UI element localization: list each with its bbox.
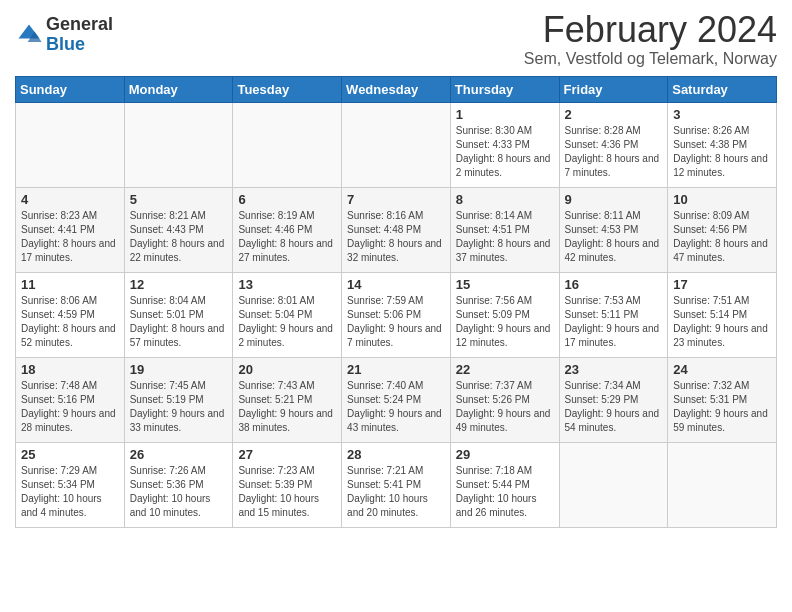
day-number-22: 22 [456, 362, 554, 377]
header-monday: Monday [124, 76, 233, 102]
day-info-16: Sunrise: 7:53 AM Sunset: 5:11 PM Dayligh… [565, 294, 663, 350]
location-subtitle: Sem, Vestfold og Telemark, Norway [524, 50, 777, 68]
cell-week0-day0 [16, 102, 125, 187]
logo-icon [15, 21, 43, 49]
cell-week2-day1: 12Sunrise: 8:04 AM Sunset: 5:01 PM Dayli… [124, 272, 233, 357]
day-info-3: Sunrise: 8:26 AM Sunset: 4:38 PM Dayligh… [673, 124, 771, 180]
day-info-15: Sunrise: 7:56 AM Sunset: 5:09 PM Dayligh… [456, 294, 554, 350]
header-thursday: Thursday [450, 76, 559, 102]
day-info-28: Sunrise: 7:21 AM Sunset: 5:41 PM Dayligh… [347, 464, 445, 520]
header-row: Sunday Monday Tuesday Wednesday Thursday… [16, 76, 777, 102]
cell-week4-day0: 25Sunrise: 7:29 AM Sunset: 5:34 PM Dayli… [16, 442, 125, 527]
day-number-10: 10 [673, 192, 771, 207]
month-title: February 2024 [524, 10, 777, 50]
header-tuesday: Tuesday [233, 76, 342, 102]
day-info-10: Sunrise: 8:09 AM Sunset: 4:56 PM Dayligh… [673, 209, 771, 265]
cell-week0-day6: 3Sunrise: 8:26 AM Sunset: 4:38 PM Daylig… [668, 102, 777, 187]
day-info-24: Sunrise: 7:32 AM Sunset: 5:31 PM Dayligh… [673, 379, 771, 435]
cell-week0-day4: 1Sunrise: 8:30 AM Sunset: 4:33 PM Daylig… [450, 102, 559, 187]
day-number-28: 28 [347, 447, 445, 462]
day-number-6: 6 [238, 192, 336, 207]
day-number-25: 25 [21, 447, 119, 462]
cell-week3-day5: 23Sunrise: 7:34 AM Sunset: 5:29 PM Dayli… [559, 357, 668, 442]
logo-general-text: General [46, 15, 113, 35]
day-info-11: Sunrise: 8:06 AM Sunset: 4:59 PM Dayligh… [21, 294, 119, 350]
cell-week1-day3: 7Sunrise: 8:16 AM Sunset: 4:48 PM Daylig… [342, 187, 451, 272]
calendar-header: Sunday Monday Tuesday Wednesday Thursday… [16, 76, 777, 102]
cell-week1-day1: 5Sunrise: 8:21 AM Sunset: 4:43 PM Daylig… [124, 187, 233, 272]
calendar-table: Sunday Monday Tuesday Wednesday Thursday… [15, 76, 777, 528]
cell-week1-day0: 4Sunrise: 8:23 AM Sunset: 4:41 PM Daylig… [16, 187, 125, 272]
header: General Blue February 2024 Sem, Vestfold… [15, 10, 777, 68]
day-number-3: 3 [673, 107, 771, 122]
title-section: February 2024 Sem, Vestfold og Telemark,… [524, 10, 777, 68]
day-number-5: 5 [130, 192, 228, 207]
day-info-4: Sunrise: 8:23 AM Sunset: 4:41 PM Dayligh… [21, 209, 119, 265]
header-wednesday: Wednesday [342, 76, 451, 102]
day-info-25: Sunrise: 7:29 AM Sunset: 5:34 PM Dayligh… [21, 464, 119, 520]
day-number-23: 23 [565, 362, 663, 377]
cell-week4-day5 [559, 442, 668, 527]
day-number-21: 21 [347, 362, 445, 377]
cell-week0-day3 [342, 102, 451, 187]
day-number-2: 2 [565, 107, 663, 122]
day-number-12: 12 [130, 277, 228, 292]
day-number-29: 29 [456, 447, 554, 462]
day-info-2: Sunrise: 8:28 AM Sunset: 4:36 PM Dayligh… [565, 124, 663, 180]
day-number-1: 1 [456, 107, 554, 122]
day-info-26: Sunrise: 7:26 AM Sunset: 5:36 PM Dayligh… [130, 464, 228, 520]
day-number-9: 9 [565, 192, 663, 207]
header-friday: Friday [559, 76, 668, 102]
calendar-body: 1Sunrise: 8:30 AM Sunset: 4:33 PM Daylig… [16, 102, 777, 527]
cell-week2-day3: 14Sunrise: 7:59 AM Sunset: 5:06 PM Dayli… [342, 272, 451, 357]
cell-week2-day6: 17Sunrise: 7:51 AM Sunset: 5:14 PM Dayli… [668, 272, 777, 357]
day-info-5: Sunrise: 8:21 AM Sunset: 4:43 PM Dayligh… [130, 209, 228, 265]
day-number-7: 7 [347, 192, 445, 207]
header-sunday: Sunday [16, 76, 125, 102]
day-info-21: Sunrise: 7:40 AM Sunset: 5:24 PM Dayligh… [347, 379, 445, 435]
day-number-26: 26 [130, 447, 228, 462]
cell-week2-day5: 16Sunrise: 7:53 AM Sunset: 5:11 PM Dayli… [559, 272, 668, 357]
cell-week4-day1: 26Sunrise: 7:26 AM Sunset: 5:36 PM Dayli… [124, 442, 233, 527]
day-number-11: 11 [21, 277, 119, 292]
week-row-1: 4Sunrise: 8:23 AM Sunset: 4:41 PM Daylig… [16, 187, 777, 272]
day-info-7: Sunrise: 8:16 AM Sunset: 4:48 PM Dayligh… [347, 209, 445, 265]
cell-week1-day2: 6Sunrise: 8:19 AM Sunset: 4:46 PM Daylig… [233, 187, 342, 272]
cell-week4-day2: 27Sunrise: 7:23 AM Sunset: 5:39 PM Dayli… [233, 442, 342, 527]
day-info-14: Sunrise: 7:59 AM Sunset: 5:06 PM Dayligh… [347, 294, 445, 350]
day-info-17: Sunrise: 7:51 AM Sunset: 5:14 PM Dayligh… [673, 294, 771, 350]
cell-week2-day4: 15Sunrise: 7:56 AM Sunset: 5:09 PM Dayli… [450, 272, 559, 357]
day-info-6: Sunrise: 8:19 AM Sunset: 4:46 PM Dayligh… [238, 209, 336, 265]
week-row-3: 18Sunrise: 7:48 AM Sunset: 5:16 PM Dayli… [16, 357, 777, 442]
cell-week0-day2 [233, 102, 342, 187]
day-info-22: Sunrise: 7:37 AM Sunset: 5:26 PM Dayligh… [456, 379, 554, 435]
day-number-18: 18 [21, 362, 119, 377]
day-info-29: Sunrise: 7:18 AM Sunset: 5:44 PM Dayligh… [456, 464, 554, 520]
cell-week3-day3: 21Sunrise: 7:40 AM Sunset: 5:24 PM Dayli… [342, 357, 451, 442]
header-saturday: Saturday [668, 76, 777, 102]
cell-week3-day0: 18Sunrise: 7:48 AM Sunset: 5:16 PM Dayli… [16, 357, 125, 442]
day-number-4: 4 [21, 192, 119, 207]
day-number-14: 14 [347, 277, 445, 292]
day-info-20: Sunrise: 7:43 AM Sunset: 5:21 PM Dayligh… [238, 379, 336, 435]
cell-week0-day1 [124, 102, 233, 187]
day-info-19: Sunrise: 7:45 AM Sunset: 5:19 PM Dayligh… [130, 379, 228, 435]
day-info-8: Sunrise: 8:14 AM Sunset: 4:51 PM Dayligh… [456, 209, 554, 265]
cell-week3-day2: 20Sunrise: 7:43 AM Sunset: 5:21 PM Dayli… [233, 357, 342, 442]
day-info-13: Sunrise: 8:01 AM Sunset: 5:04 PM Dayligh… [238, 294, 336, 350]
cell-week4-day3: 28Sunrise: 7:21 AM Sunset: 5:41 PM Dayli… [342, 442, 451, 527]
cell-week1-day6: 10Sunrise: 8:09 AM Sunset: 4:56 PM Dayli… [668, 187, 777, 272]
day-number-27: 27 [238, 447, 336, 462]
cell-week2-day0: 11Sunrise: 8:06 AM Sunset: 4:59 PM Dayli… [16, 272, 125, 357]
day-number-19: 19 [130, 362, 228, 377]
day-number-8: 8 [456, 192, 554, 207]
day-info-9: Sunrise: 8:11 AM Sunset: 4:53 PM Dayligh… [565, 209, 663, 265]
day-info-27: Sunrise: 7:23 AM Sunset: 5:39 PM Dayligh… [238, 464, 336, 520]
week-row-4: 25Sunrise: 7:29 AM Sunset: 5:34 PM Dayli… [16, 442, 777, 527]
day-number-20: 20 [238, 362, 336, 377]
cell-week4-day4: 29Sunrise: 7:18 AM Sunset: 5:44 PM Dayli… [450, 442, 559, 527]
week-row-2: 11Sunrise: 8:06 AM Sunset: 4:59 PM Dayli… [16, 272, 777, 357]
day-number-15: 15 [456, 277, 554, 292]
day-number-13: 13 [238, 277, 336, 292]
cell-week1-day4: 8Sunrise: 8:14 AM Sunset: 4:51 PM Daylig… [450, 187, 559, 272]
